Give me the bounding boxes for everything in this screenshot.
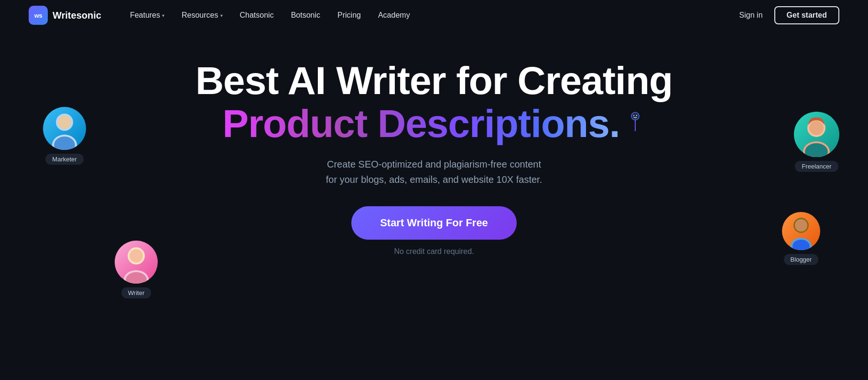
- svg-point-6: [130, 249, 143, 263]
- avatar-freelancer-label: Freelancer: [795, 161, 838, 172]
- svg-point-10: [809, 121, 824, 135]
- nav-academy[interactable]: Academy: [378, 11, 410, 20]
- hero-title-line1: Best AI Writer for Creating: [195, 59, 673, 102]
- no-credit-text: No credit card required.: [394, 247, 474, 256]
- avatar-blogger-label: Blogger: [784, 254, 819, 265]
- ai-cursor-icon: [625, 111, 646, 132]
- nav-chatsonic[interactable]: Chatsonic: [240, 11, 274, 20]
- avatar-writer-label: Writer: [121, 287, 151, 298]
- nav-resources[interactable]: Resources ▾: [182, 11, 222, 20]
- sign-in-link[interactable]: Sign in: [739, 11, 763, 20]
- avatar-marketer-label: Marketer: [45, 154, 83, 165]
- avatar-marketer-image: [43, 107, 86, 150]
- hero-title-line2: Product Descriptions.: [222, 102, 645, 145]
- hero-section: Marketer Writer Freelancer: [0, 31, 868, 256]
- svg-point-2: [58, 116, 71, 129]
- avatar-freelancer-image: [794, 112, 839, 157]
- hero-gradient-text: Product Descriptions.: [222, 102, 619, 145]
- hero-subtitle: Create SEO-optimized and plagiarism-free…: [326, 157, 542, 187]
- nav-botsonic[interactable]: Botsonic: [291, 11, 320, 20]
- get-started-button[interactable]: Get started: [774, 6, 839, 24]
- logo[interactable]: ws Writesonic: [29, 6, 101, 25]
- svg-point-17: [631, 113, 639, 120]
- cta-button[interactable]: Start Writing For Free: [351, 206, 517, 240]
- nav-links: Features ▾ Resources ▾ Chatsonic Botsoni…: [130, 11, 739, 20]
- svg-point-18: [633, 115, 634, 116]
- logo-icon: ws: [29, 6, 48, 25]
- navbar: ws Writesonic Features ▾ Resources ▾ Cha…: [0, 0, 868, 31]
- avatar-marketer: Marketer: [43, 107, 86, 165]
- svg-point-14: [795, 219, 807, 232]
- nav-features[interactable]: Features ▾: [130, 11, 164, 20]
- svg-point-19: [636, 115, 637, 116]
- logo-text: Writesonic: [53, 10, 101, 21]
- avatar-writer-image: [115, 241, 158, 284]
- nav-right: Sign in Get started: [739, 6, 839, 24]
- avatar-blogger-image: [782, 212, 820, 250]
- avatar-freelancer: Freelancer: [794, 112, 839, 172]
- avatar-writer: Writer: [115, 241, 158, 298]
- features-chevron-icon: ▾: [162, 13, 164, 18]
- nav-pricing[interactable]: Pricing: [337, 11, 361, 20]
- avatar-blogger: Blogger: [782, 212, 820, 265]
- resources-chevron-icon: ▾: [220, 13, 223, 18]
